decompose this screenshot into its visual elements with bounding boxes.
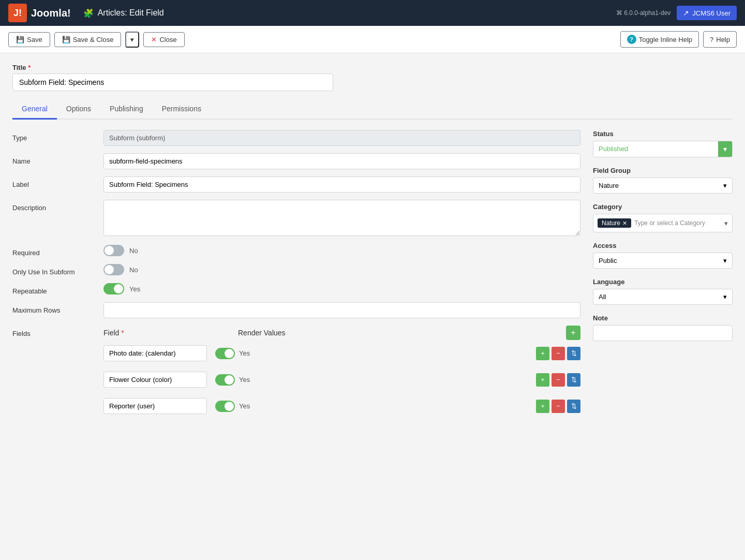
- description-field: [103, 200, 580, 238]
- required-field: No: [103, 245, 580, 256]
- render-toggle-knob-2: [225, 375, 234, 385]
- render-values-toggle-1[interactable]: [215, 348, 235, 359]
- toggle-inline-help-button[interactable]: ? Toggle Inline Help: [620, 31, 699, 48]
- save-close-button[interactable]: 💾 Save & Close: [54, 32, 122, 47]
- add-row-btn-1[interactable]: +: [536, 347, 549, 360]
- move-row-btn-1[interactable]: ⇅: [567, 347, 580, 360]
- toggle-help-label: Toggle Inline Help: [639, 36, 692, 43]
- title-label: Title *: [12, 64, 733, 71]
- field-select-3[interactable]: Reporter (user): [103, 398, 207, 414]
- add-field-button[interactable]: +: [566, 326, 580, 340]
- access-select[interactable]: Public ▾: [593, 253, 733, 269]
- user-name-label: JCMS6 User: [692, 9, 731, 17]
- category-section-label: Category: [593, 203, 733, 211]
- toolbar-right-actions: ? Toggle Inline Help ? Help: [620, 31, 737, 48]
- note-section: Note: [593, 314, 733, 341]
- render-values-col-header: Render Values: [238, 329, 535, 337]
- add-row-btn-2[interactable]: +: [536, 373, 549, 387]
- action-btns-2: + − ⇅: [536, 373, 580, 387]
- field-select-1[interactable]: Photo date: (calendar): [103, 345, 207, 361]
- save-icon: 💾: [16, 36, 24, 43]
- field-row-3: Reporter (user) Yes + − ⇅: [103, 398, 580, 414]
- category-tags: Nature ✕ Type or select a Category: [598, 218, 722, 228]
- field-select-2[interactable]: Flower Colour (color): [103, 372, 207, 388]
- only-use-field: No: [103, 264, 580, 275]
- max-rows-row: Maximum Rows: [12, 302, 580, 318]
- category-placeholder: Type or select a Category: [634, 219, 705, 227]
- required-label: Required: [12, 245, 95, 257]
- field-select-wrap-1: Photo date: (calendar): [103, 345, 207, 361]
- close-button[interactable]: ✕ Close: [143, 32, 184, 47]
- repeatable-toggle[interactable]: [103, 283, 124, 294]
- note-input[interactable]: [593, 325, 733, 341]
- remove-row-btn-1[interactable]: −: [552, 347, 565, 360]
- move-row-btn-2[interactable]: ⇅: [567, 373, 580, 387]
- top-nav-right: ⌘ 6.0.0-alpha1-dev ↗ JCMS6 User: [616, 6, 737, 20]
- render-yes-label-3: Yes: [239, 402, 250, 410]
- status-section-label: Status: [593, 130, 733, 138]
- language-section: Language All ▾: [593, 278, 733, 305]
- required-toggle[interactable]: [103, 245, 124, 256]
- user-menu-button[interactable]: ↗ JCMS6 User: [677, 6, 737, 20]
- render-values-toggle-2[interactable]: [215, 374, 235, 386]
- puzzle-icon: 🧩: [83, 8, 94, 18]
- field-group-value: Nature: [599, 182, 619, 189]
- repeatable-toggle-knob: [114, 284, 123, 293]
- category-section: Category Nature ✕ Type or select a Categ…: [593, 203, 733, 232]
- remove-row-btn-3[interactable]: −: [552, 400, 565, 413]
- language-select[interactable]: All ▾: [593, 289, 733, 305]
- title-required-marker: *: [28, 64, 31, 71]
- save-dropdown-button[interactable]: ▾: [125, 32, 139, 48]
- right-panel: Status Published ▾ Field Group Nature ▾: [593, 130, 733, 428]
- joomla-logo[interactable]: J! Joomla!: [8, 4, 71, 22]
- save-button[interactable]: 💾 Save: [8, 32, 50, 47]
- page-title-header: 🧩 Articles: Edit Field: [83, 8, 164, 18]
- field-group-select[interactable]: Nature ▾: [593, 178, 733, 194]
- only-use-toggle[interactable]: [103, 264, 124, 275]
- category-chevron-icon: ▾: [724, 219, 728, 227]
- title-input[interactable]: [12, 73, 333, 91]
- max-rows-label: Maximum Rows: [12, 302, 95, 314]
- fields-row: Fields Field * Render Values +: [12, 326, 580, 420]
- name-input[interactable]: [103, 153, 580, 169]
- category-select[interactable]: Nature ✕ Type or select a Category ▾: [593, 214, 733, 232]
- required-toggle-label: No: [129, 247, 138, 255]
- status-dropdown-button[interactable]: ▾: [718, 141, 732, 157]
- left-panel: Type Subform (subform) Name Label: [12, 130, 580, 428]
- render-toggle-3: Yes: [215, 401, 250, 412]
- tab-options[interactable]: Options: [57, 99, 100, 120]
- nature-tag: Nature ✕: [598, 218, 631, 228]
- remove-row-btn-2[interactable]: −: [552, 373, 565, 387]
- status-value: Published: [593, 141, 718, 157]
- tab-permissions[interactable]: Permissions: [153, 99, 211, 120]
- repeatable-toggle-label: Yes: [129, 285, 140, 293]
- add-row-btn-3[interactable]: +: [536, 400, 549, 413]
- tab-general[interactable]: General: [12, 99, 57, 120]
- question-mark-icon: ?: [710, 36, 713, 43]
- description-textarea[interactable]: [103, 200, 580, 236]
- required-row: Required No: [12, 245, 580, 257]
- repeatable-field: Yes: [103, 283, 580, 294]
- field-select-wrap-2: Flower Colour (color): [103, 372, 207, 388]
- label-input[interactable]: [103, 176, 580, 193]
- only-use-toggle-knob: [105, 265, 114, 274]
- help-label: Help: [716, 36, 730, 43]
- max-rows-input[interactable]: [103, 302, 580, 318]
- field-row-2: Flower Colour (color) Yes + −: [103, 372, 580, 388]
- field-row-1: Photo date: (calendar) Yes + −: [103, 345, 580, 361]
- nature-tag-remove[interactable]: ✕: [622, 220, 627, 227]
- tab-publishing[interactable]: Publishing: [100, 99, 153, 120]
- help-button[interactable]: ? Help: [703, 31, 737, 48]
- language-section-label: Language: [593, 278, 733, 286]
- articles-edit-field-title: Articles: Edit Field: [98, 8, 164, 18]
- language-wrapper: All ▾: [593, 289, 733, 305]
- access-value: Public: [599, 257, 617, 264]
- render-values-toggle-3[interactable]: [215, 401, 235, 412]
- required-toggle-row: No: [103, 245, 580, 256]
- close-label: Close: [159, 36, 176, 43]
- repeatable-toggle-row: Yes: [103, 283, 580, 294]
- move-row-btn-3[interactable]: ⇅: [567, 400, 580, 413]
- field-group-section: Field Group Nature ▾: [593, 167, 733, 194]
- access-wrapper: Public ▾: [593, 253, 733, 269]
- field-select-wrap-3: Reporter (user): [103, 398, 207, 414]
